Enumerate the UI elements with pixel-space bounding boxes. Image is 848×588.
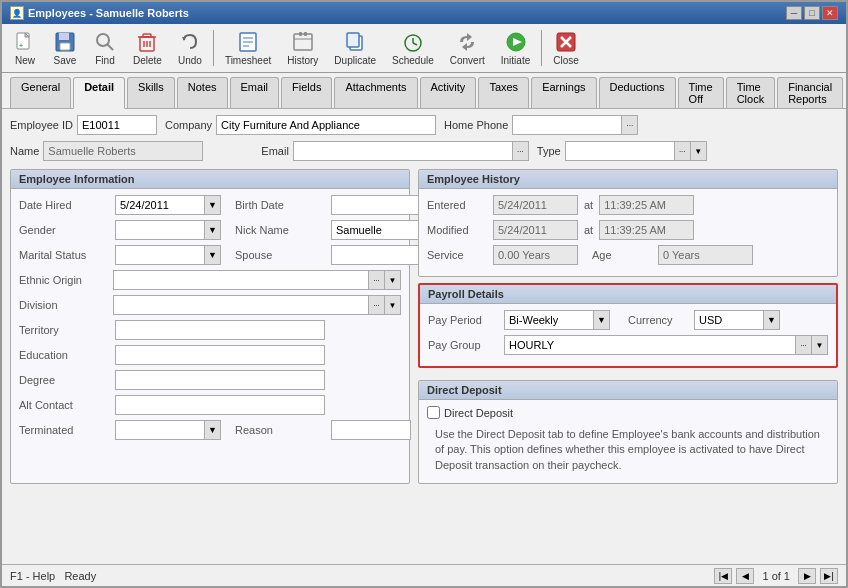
- find-button[interactable]: Find: [86, 27, 124, 69]
- company-group: Company: [165, 115, 436, 135]
- tab-attachments[interactable]: Attachments: [334, 77, 417, 108]
- type-arrow-button[interactable]: ▼: [691, 141, 707, 161]
- date-hired-dropdown-button[interactable]: ▼: [205, 195, 221, 215]
- gender-dropdown-button[interactable]: ▼: [205, 220, 221, 240]
- tab-general[interactable]: General: [10, 77, 71, 108]
- direct-deposit-checkbox-label: Direct Deposit: [444, 407, 513, 419]
- tab-detail[interactable]: Detail: [73, 77, 125, 109]
- help-text: F1 - Help: [10, 570, 55, 582]
- first-page-button[interactable]: |◀: [714, 568, 732, 584]
- modified-at: at: [584, 224, 593, 236]
- ethnic-arrow-button[interactable]: ▼: [385, 270, 401, 290]
- degree-field[interactable]: [115, 370, 325, 390]
- gender-field[interactable]: [115, 220, 205, 240]
- email-dots-button[interactable]: ···: [513, 141, 529, 161]
- home-phone-dots-button[interactable]: ···: [622, 115, 638, 135]
- svg-rect-13: [143, 34, 151, 37]
- delete-label: Delete: [133, 55, 162, 66]
- home-phone-group: Home Phone ···: [444, 115, 638, 135]
- type-field[interactable]: [565, 141, 675, 161]
- type-group: Type ··· ▼: [537, 141, 707, 161]
- close-window-button[interactable]: ✕: [822, 6, 838, 20]
- division-field[interactable]: [113, 295, 369, 315]
- convert-button[interactable]: Convert: [443, 27, 492, 69]
- marital-dropdown-button[interactable]: ▼: [205, 245, 221, 265]
- reason-field[interactable]: [331, 420, 411, 440]
- email-label: Email: [261, 145, 289, 157]
- tab-time-off[interactable]: Time Off: [678, 77, 724, 108]
- birth-date-field[interactable]: [331, 195, 421, 215]
- next-page-button[interactable]: ▶: [798, 568, 816, 584]
- tabs-row: General Detail Skills Notes Email Fields…: [2, 73, 846, 109]
- division-dots-button[interactable]: ···: [369, 295, 385, 315]
- tab-financial[interactable]: Financial Reports: [777, 77, 843, 108]
- undo-button[interactable]: Undo: [171, 27, 209, 69]
- home-phone-field[interactable]: [512, 115, 622, 135]
- pay-group-dots-button[interactable]: ···: [796, 335, 812, 355]
- history-button[interactable]: History: [280, 27, 325, 69]
- currency-field[interactable]: [694, 310, 764, 330]
- terminated-field[interactable]: [115, 420, 205, 440]
- new-button[interactable]: + New: [6, 27, 44, 69]
- tab-fields[interactable]: Fields: [281, 77, 332, 108]
- terminated-dropdown-button[interactable]: ▼: [205, 420, 221, 440]
- tab-email[interactable]: Email: [230, 77, 280, 108]
- tab-time-clock[interactable]: Time Clock: [726, 77, 776, 108]
- page-info: 1 of 1: [758, 570, 794, 582]
- delete-button[interactable]: Delete: [126, 27, 169, 69]
- schedule-button[interactable]: Schedule: [385, 27, 441, 69]
- direct-deposit-title: Direct Deposit: [419, 381, 837, 400]
- initiate-button[interactable]: Initiate: [494, 27, 537, 69]
- prev-page-button[interactable]: ◀: [736, 568, 754, 584]
- pay-group-field[interactable]: [504, 335, 796, 355]
- employee-info-content: Date Hired ▼ Birth Date ▼ Gender: [11, 189, 409, 451]
- home-phone-label: Home Phone: [444, 119, 508, 131]
- division-arrow-button[interactable]: ▼: [385, 295, 401, 315]
- undo-icon: [178, 30, 202, 54]
- tab-activity[interactable]: Activity: [420, 77, 477, 108]
- email-field[interactable]: [293, 141, 513, 161]
- degree-label: Degree: [19, 374, 109, 386]
- svg-line-27: [413, 43, 417, 45]
- territory-field[interactable]: [115, 320, 325, 340]
- service-field: [493, 245, 578, 265]
- pay-period-field[interactable]: [504, 310, 594, 330]
- modified-date-field: [493, 220, 578, 240]
- svg-line-7: [107, 44, 113, 50]
- tab-earnings[interactable]: Earnings: [531, 77, 596, 108]
- currency-dropdown-button[interactable]: ▼: [764, 310, 780, 330]
- education-field[interactable]: [115, 345, 325, 365]
- pay-period-dropdown-button[interactable]: ▼: [594, 310, 610, 330]
- duplicate-icon: [343, 30, 367, 54]
- tab-deductions[interactable]: Deductions: [599, 77, 676, 108]
- tab-skills[interactable]: Skills: [127, 77, 175, 108]
- pay-group-arrow-button[interactable]: ▼: [812, 335, 828, 355]
- tab-notes[interactable]: Notes: [177, 77, 228, 108]
- minimize-button[interactable]: ─: [786, 6, 802, 20]
- history-icon: [291, 30, 315, 54]
- spouse-field[interactable]: [331, 245, 431, 265]
- timesheet-button[interactable]: Timesheet: [218, 27, 278, 69]
- schedule-icon: [401, 30, 425, 54]
- employee-id-field[interactable]: [77, 115, 157, 135]
- terminated-label: Terminated: [19, 424, 109, 436]
- close-icon: [554, 30, 578, 54]
- ethnic-dots-button[interactable]: ···: [369, 270, 385, 290]
- last-page-button[interactable]: ▶|: [820, 568, 838, 584]
- duplicate-button[interactable]: Duplicate: [327, 27, 383, 69]
- save-button[interactable]: Save: [46, 27, 84, 69]
- company-field[interactable]: [216, 115, 436, 135]
- close-button[interactable]: Close: [546, 27, 586, 69]
- alt-contact-label: Alt Contact: [19, 399, 109, 411]
- type-dots-button[interactable]: ···: [675, 141, 691, 161]
- maximize-button[interactable]: □: [804, 6, 820, 20]
- date-hired-field[interactable]: [115, 195, 205, 215]
- marital-field[interactable]: [115, 245, 205, 265]
- tab-taxes[interactable]: Taxes: [478, 77, 529, 108]
- direct-deposit-checkbox[interactable]: [427, 406, 440, 419]
- ethnic-field[interactable]: [113, 270, 369, 290]
- title-bar: 👤 Employees - Samuelle Roberts ─ □ ✕: [2, 2, 846, 24]
- name-label: Name: [10, 145, 39, 157]
- nick-name-field[interactable]: [331, 220, 431, 240]
- alt-contact-field[interactable]: [115, 395, 325, 415]
